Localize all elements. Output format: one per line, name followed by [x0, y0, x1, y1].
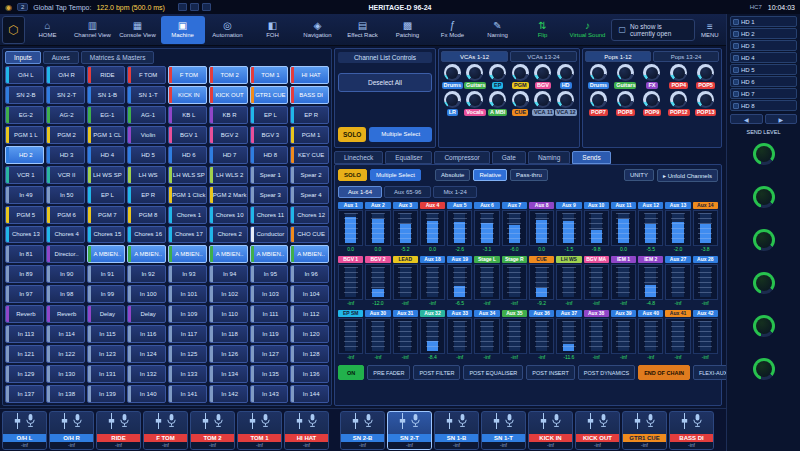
tab-naming[interactable]: Naming [528, 151, 570, 164]
channel-cell[interactable]: In 116 [127, 325, 166, 343]
send-level-meter[interactable] [420, 264, 445, 300]
send-level-meter[interactable] [611, 318, 636, 354]
channel-cell[interactable]: Chores 13 [5, 226, 44, 244]
channel-cell[interactable]: EP R [127, 186, 166, 204]
channel-cell[interactable]: In 113 [5, 325, 44, 343]
toolbar-item-virtual-sound[interactable]: ♪Virtual Sound [566, 16, 610, 44]
tab-compressor[interactable]: Compressor [434, 151, 489, 164]
channel-cell[interactable]: EP R [290, 106, 329, 124]
send-level-meter[interactable] [365, 264, 390, 300]
channel-cell[interactable]: A MBIEN.. [290, 245, 329, 263]
channel-cell[interactable]: In 135 [250, 365, 289, 383]
toolbar-item-home[interactable]: ⌂HOME [26, 16, 70, 44]
channel-cell[interactable]: HD 6 [168, 146, 207, 164]
send-level-meter[interactable] [693, 318, 718, 354]
deselect-all-button[interactable]: Deselect All [338, 73, 432, 92]
channel-cell[interactable]: In 97 [5, 285, 44, 303]
toolbar-item-foh[interactable]: ◧FOH [251, 16, 295, 44]
channel-cell[interactable]: KICK OUT [209, 86, 248, 104]
bottom-channel-strip[interactable]: SN 1-B-inf [434, 411, 479, 450]
vca-knob[interactable] [512, 91, 529, 108]
bottom-channel-strip[interactable]: F TOM-inf [143, 411, 188, 450]
channel-cell[interactable]: In 144 [290, 385, 329, 403]
hd-list-item[interactable]: HD 3 [730, 40, 797, 51]
vca-knob[interactable] [557, 64, 574, 81]
channel-cell[interactable]: BGV 1 [168, 126, 207, 144]
send-meter-strip[interactable]: Aux 30-inf [365, 310, 390, 361]
channel-cell[interactable]: PGM 1 CL [87, 126, 126, 144]
channel-cell[interactable]: PGM 6 [46, 206, 85, 224]
send-meter-strip[interactable]: Aux 39-inf [611, 310, 636, 361]
channel-cell[interactable]: In 103 [250, 285, 289, 303]
bottom-channel-strip[interactable]: TOM 2-inf [190, 411, 235, 450]
channel-cell[interactable]: PGM 1 L [5, 126, 44, 144]
send-meter-strip[interactable]: Aux 10-9.8 [584, 202, 609, 253]
channel-cell[interactable]: HD 2 [5, 146, 44, 164]
send-level-meter[interactable] [638, 318, 663, 354]
send-meter-strip[interactable]: Aux 20.0 [365, 202, 390, 253]
send-level-meter[interactable] [556, 264, 581, 300]
channel-cell[interactable]: Spear 3 [250, 186, 289, 204]
bottom-channel-strip[interactable]: O/H R-inf [49, 411, 94, 450]
channel-cell[interactable]: F TOM [127, 66, 166, 84]
send-level-meter[interactable] [338, 210, 363, 246]
pops-tab-pops-13-24[interactable]: Pops 13-24 [653, 51, 719, 62]
channel-cell[interactable]: LH WLS 2 [209, 166, 248, 184]
tap-tempo-value[interactable]: 122.0 bpm (500.0 ms) [96, 4, 164, 11]
pops-knob[interactable] [643, 91, 660, 108]
send-meter-strip[interactable]: Aux 40-inf [638, 310, 663, 361]
chain-button-pre-fader[interactable]: PRE FADER [367, 365, 410, 380]
vca-knob[interactable] [489, 64, 506, 81]
channel-cell[interactable]: In 142 [209, 385, 248, 403]
channel-cell[interactable]: KEY CUE [290, 146, 329, 164]
vca-knob[interactable] [444, 91, 461, 108]
unfold-channels-button[interactable]: ▸ Unfold Channels [657, 169, 718, 182]
hd-next-button[interactable]: ▶ [765, 114, 798, 124]
channel-cell[interactable]: In 130 [46, 365, 85, 383]
channel-cell[interactable]: Chores 16 [127, 226, 166, 244]
channel-cell[interactable]: GTR1 CUE [250, 86, 289, 104]
send-meter-strip[interactable]: Aux 3-5.2 [393, 202, 418, 253]
channel-cell[interactable]: Spear 4 [290, 186, 329, 204]
channel-cell[interactable]: LH WLS SP [168, 166, 207, 184]
send-meter-strip[interactable]: Aux 28-inf [693, 256, 718, 307]
toolbar-item-fx-mode[interactable]: ƒFx Mode [431, 16, 475, 44]
send-meter-strip[interactable]: Aux 9-1.5 [556, 202, 581, 253]
channel-cell[interactable]: In 100 [127, 285, 166, 303]
channel-cell[interactable]: EP L [87, 186, 126, 204]
channel-cell[interactable]: In 112 [290, 305, 329, 323]
send-meter-strip[interactable]: Aux 27-inf [665, 256, 690, 307]
vca-knob[interactable] [557, 91, 574, 108]
channel-cell[interactable]: AG-1 [127, 106, 166, 124]
channel-cell[interactable]: In 121 [5, 345, 44, 363]
channel-cell[interactable]: In 120 [290, 325, 329, 343]
channel-cell[interactable]: In 102 [209, 285, 248, 303]
tab-sends[interactable]: Sends [572, 151, 610, 164]
channel-cell[interactable]: In 49 [5, 186, 44, 204]
channel-cell[interactable]: HD 7 [209, 146, 248, 164]
channel-cell[interactable]: In 141 [168, 385, 207, 403]
send-level-meter[interactable] [693, 210, 718, 246]
send-meter-strip[interactable]: Aux 14-3.8 [693, 202, 718, 253]
channel-cell[interactable]: In 129 [5, 365, 44, 383]
send-meter-strip[interactable]: Aux 40.0 [420, 202, 445, 253]
send-meter-strip[interactable]: BGV 1-inf [338, 256, 363, 307]
send-level-meter[interactable] [338, 264, 363, 300]
send-level-meter[interactable] [638, 264, 663, 300]
hd-list-item[interactable]: HD 5 [730, 64, 797, 75]
channel-cell[interactable]: In 110 [209, 305, 248, 323]
channel-cell[interactable]: In 115 [87, 325, 126, 343]
send-meter-strip[interactable]: IEM 1-inf [611, 256, 636, 307]
channel-cell[interactable]: Chores 2 [209, 226, 248, 244]
channel-cell[interactable]: KB R [209, 106, 248, 124]
channel-cell[interactable]: Spear 1 [250, 166, 289, 184]
vca-knob[interactable] [489, 91, 506, 108]
vca-knob[interactable] [534, 64, 551, 81]
send-level-meter[interactable] [474, 264, 499, 300]
tab-gate[interactable]: Gate [492, 151, 526, 164]
channel-cell[interactable]: In 99 [87, 285, 126, 303]
channel-cell[interactable]: O/H R [46, 66, 85, 84]
send-level-knob[interactable] [753, 143, 775, 165]
channel-cell[interactable]: In 122 [46, 345, 85, 363]
vca-knob[interactable] [444, 64, 461, 81]
